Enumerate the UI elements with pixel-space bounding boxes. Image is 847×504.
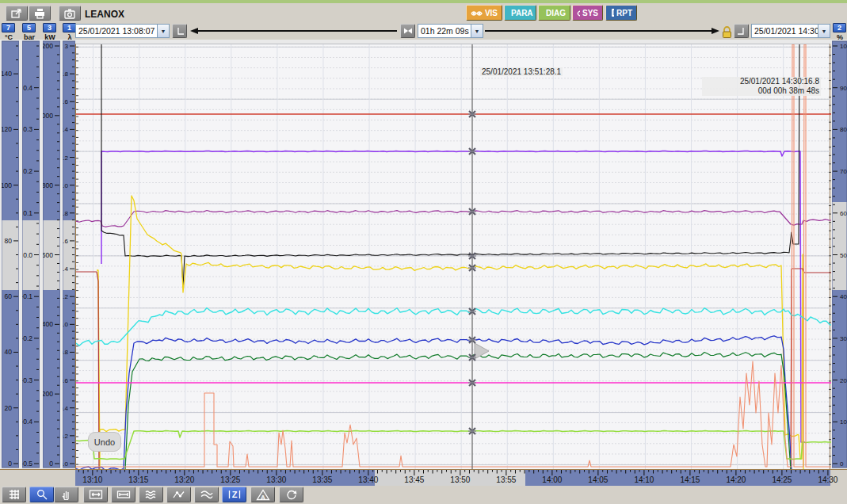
zoom-button[interactable] (29, 487, 54, 502)
end-time-dropdown[interactable]: ▼ (818, 25, 830, 37)
axis-header-3[interactable]: 3 kW (43, 23, 57, 41)
axis-5-number[interactable]: 5 (22, 23, 36, 32)
svg-text:0: 0 (49, 460, 53, 468)
svg-text:70: 70 (840, 168, 847, 175)
nav-para-button[interactable]: PARA (504, 5, 536, 21)
alarm-button[interactable]: A (250, 487, 275, 502)
start-time-value: 25/01/2021 13:08:07 (76, 26, 157, 36)
axis-7-number[interactable]: 7 (2, 23, 15, 32)
alarm-triangle-icon: A (256, 489, 270, 501)
axis-header-2[interactable]: 2 % (833, 23, 847, 41)
series-lambda-lightgreen (76, 430, 831, 459)
svg-text:0: 0 (8, 460, 12, 468)
svg-text:0.4: 0.4 (23, 84, 32, 92)
time-ruler[interactable]: 13:1013:1513:2013:2513:3013:3513:4013:45… (0, 469, 847, 486)
svg-text:A: A (261, 493, 265, 500)
grid-button[interactable] (2, 487, 26, 502)
ruler-bar[interactable]: 0.40.30.20.10.0-0.1-0.2-0.3-0.4-0.5 (22, 40, 40, 469)
snapshot-button[interactable] (59, 6, 81, 21)
nav-diag-button[interactable]: DIAG (538, 5, 570, 21)
time-tick-label: 14:00 (542, 475, 562, 484)
header-bar: LEANOX VIS PARA DIAG SYS RPT (0, 3, 847, 22)
time-tick-label: 13:20 (174, 475, 194, 484)
series-darkred-right (791, 269, 831, 470)
svg-text:0.4: 0.4 (63, 405, 69, 412)
ruler-celsius[interactable]: 140120100806040200 (2, 40, 19, 469)
svg-text:-0.3: -0.3 (22, 376, 32, 384)
nav-rpt-button[interactable]: RPT (605, 5, 637, 21)
fit-horizontal-button[interactable] (83, 487, 108, 502)
svg-text:40: 40 (840, 293, 847, 300)
svg-text:-0.5: -0.5 (22, 460, 32, 468)
undo-button[interactable]: Undo (88, 432, 121, 452)
svg-text:-0.2: -0.2 (22, 334, 32, 342)
time-tick-label: 14:05 (588, 475, 608, 484)
lock-icon[interactable] (721, 25, 733, 39)
waves-button[interactable] (139, 487, 163, 502)
axis-3-number[interactable]: 3 (43, 23, 56, 32)
axis-header-7[interactable]: 7 °C (2, 23, 16, 41)
svg-text:0.6: 0.6 (63, 377, 69, 384)
range-horizontal-icon (116, 489, 131, 500)
svg-text:2.8: 2.8 (63, 71, 69, 78)
nav-vis-button[interactable]: VIS (466, 5, 502, 21)
svg-text:80: 80 (5, 237, 13, 245)
grid-icon (8, 489, 21, 500)
axis-2-number[interactable]: 2 (833, 23, 846, 32)
svg-text:10: 10 (840, 418, 847, 426)
time-tick-label: 14:25 (772, 475, 792, 484)
end-time-field[interactable]: 25/01/2021 14:30:16 ▼ (751, 24, 830, 38)
svg-text:1000: 1000 (43, 112, 53, 120)
nav-vis-label: VIS (485, 9, 498, 17)
ruler-kw[interactable]: 120010008006004002000 (43, 40, 60, 469)
svg-text:0.3: 0.3 (23, 125, 32, 133)
interpolation-button[interactable] (166, 487, 191, 502)
gears-icon (577, 8, 580, 17)
snap-right-button[interactable] (734, 24, 749, 38)
trend-chart-canvas[interactable] (76, 44, 831, 470)
series-pressure-cyan (76, 308, 831, 346)
bottom-toolbar: Z A (0, 486, 847, 504)
ruler-percent[interactable]: 1009080706050403020100 (832, 40, 847, 469)
export-button[interactable] (6, 6, 28, 21)
start-time-field[interactable]: 25/01/2021 13:08:07 ▼ (75, 24, 170, 38)
stacked-curves-icon (200, 489, 214, 500)
time-tick-label: 13:10 (82, 475, 102, 484)
axis-1-number[interactable]: 1 (63, 23, 76, 32)
nav-rpt-label: RPT (616, 9, 632, 17)
duration-field[interactable]: 01h 22m 09s ▼ (418, 24, 483, 38)
svg-text:400: 400 (43, 320, 53, 328)
stacked-curves-button[interactable] (194, 487, 219, 502)
pin-button[interactable] (400, 24, 415, 38)
nav-sys-label: SYS (582, 9, 598, 17)
start-time-dropdown[interactable]: ▼ (157, 25, 169, 37)
svg-text:Z: Z (231, 490, 237, 499)
trend-plot[interactable]: 25/01/2021 13:51:28.1 25/01/2021 14:30:1… (75, 44, 830, 469)
zoom-z-button[interactable]: Z (222, 487, 246, 502)
svg-text:1.4: 1.4 (63, 265, 69, 273)
time-ruler-canvas[interactable]: 13:1013:1513:2013:2513:3013:3513:4013:45… (0, 469, 847, 486)
waves-icon (144, 489, 158, 500)
range-horizontal-button[interactable] (111, 487, 135, 502)
corner-left-icon (174, 25, 185, 36)
svg-text:50: 50 (840, 252, 847, 259)
time-tick-label: 13:55 (496, 475, 516, 484)
snap-left-button[interactable] (172, 24, 187, 38)
pan-button[interactable] (54, 487, 78, 502)
svg-text:2.6: 2.6 (63, 98, 69, 105)
nav-sys-button[interactable]: SYS (572, 5, 603, 21)
axis-header-5[interactable]: 5 bar (22, 23, 36, 41)
print-button[interactable] (29, 6, 51, 21)
z-box-icon: Z (227, 489, 242, 500)
nav-para-label: PARA (511, 9, 533, 17)
range-info-label: 25/01/2021 14:30:16.8 00d 00h 38m 48s (702, 77, 821, 96)
time-tick-label: 13:15 (128, 475, 148, 484)
ruler-lambda[interactable]: 32.82.62.42.22.01.81.61.41.21.00.80.60.4… (63, 40, 75, 469)
series-voltage-purple (101, 151, 805, 442)
refresh-button[interactable] (279, 487, 303, 502)
hand-icon (60, 489, 73, 500)
duration-dropdown[interactable]: ▼ (471, 25, 483, 37)
svg-text:-0.1: -0.1 (22, 292, 32, 300)
end-time-value: 25/01/2021 14:30:16 (752, 26, 818, 36)
magnifier-icon (36, 489, 48, 500)
